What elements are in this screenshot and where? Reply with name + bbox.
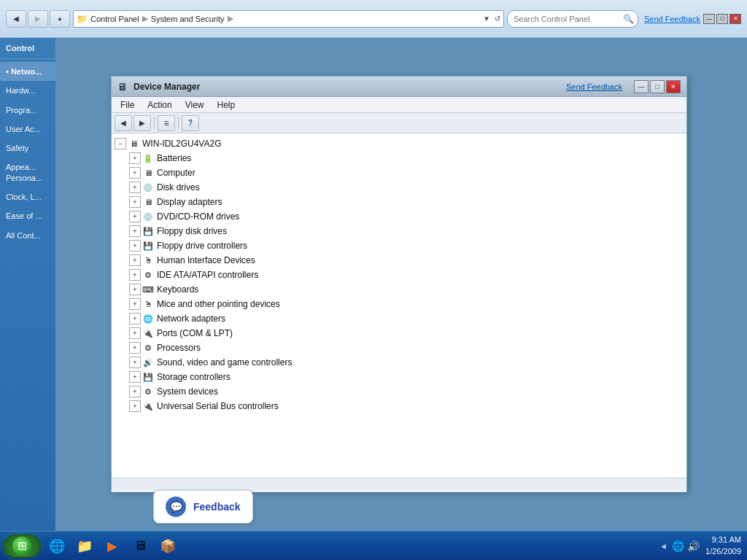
tree-item-15-icon: 💾	[142, 371, 154, 383]
search-input[interactable]	[507, 10, 638, 28]
start-button[interactable]: ⊞	[3, 534, 41, 558]
tree-item-4[interactable]: + 💿 DVD/CD-ROM drives	[112, 209, 686, 224]
tree-item-5-icon: 💾	[142, 225, 154, 237]
sidebar-item-network[interactable]: Hardw...	[0, 81, 55, 100]
tree-item-12[interactable]: + 🔌 Ports (COM & LPT)	[112, 326, 686, 341]
dm-menu-action[interactable]: Action	[142, 98, 177, 112]
main-area: Control Netwo... Hardw... Progra... User…	[0, 38, 747, 531]
tree-item-4-expander[interactable]: +	[129, 211, 141, 222]
network-tray-icon[interactable]: 🌐	[672, 540, 684, 552]
feedback-label: Feedback	[193, 501, 241, 513]
tree-item-3[interactable]: + 🖥 Display adapters	[112, 195, 686, 209]
device-manager-window: 🖥 Device Manager Send Feedback — □ ✕ Fil…	[111, 76, 687, 491]
tree-item-7[interactable]: + 🖱 Human Interface Devices	[112, 253, 686, 268]
address-section: System and Security	[151, 15, 225, 23]
taskbar-mediaplayer-button[interactable]: ▶	[99, 534, 125, 558]
tree-item-3-expander[interactable]: +	[129, 196, 141, 208]
volume-tray-icon[interactable]: 🔊	[687, 540, 700, 552]
dm-send-feedback-link[interactable]: Send Feedback	[566, 82, 622, 91]
taskbar-explorer-button[interactable]: 📁	[71, 534, 98, 558]
tree-item-17-icon: 🔌	[142, 400, 154, 412]
tree-item-16[interactable]: + ⚙ System devices	[112, 384, 686, 399]
tree-item-2[interactable]: + 💿 Disk drives	[112, 180, 686, 195]
tree-item-2-expander[interactable]: +	[129, 182, 141, 193]
explorer-icon: 📁	[77, 538, 93, 554]
sidebar-item-ease[interactable]: All Cont...	[0, 226, 55, 245]
dm-properties-tool[interactable]: ≡	[158, 115, 175, 131]
address-dropdown-button[interactable]: ▼	[483, 15, 490, 23]
dm-close-button[interactable]: ✕	[666, 80, 681, 93]
tree-item-10-label: Mice and other pointing devices	[157, 299, 280, 309]
sidebar-item-all[interactable]	[0, 245, 55, 254]
ie-icon: 🌐	[49, 538, 65, 554]
tree-item-9-expander[interactable]: +	[129, 284, 141, 295]
dm-help-tool[interactable]: ?	[182, 115, 199, 131]
address-input[interactable]: 📁 Control Panel ▶ System and Security ▶ …	[73, 10, 504, 28]
tree-item-8-expander[interactable]: +	[129, 269, 141, 281]
dm-menu-file[interactable]: File	[115, 98, 140, 112]
taskbar-package-button[interactable]: 📦	[155, 534, 181, 558]
tree-item-6-expander[interactable]: +	[129, 240, 141, 252]
send-feedback-top-link[interactable]: Send Feedback	[644, 15, 700, 23]
tree-item-10[interactable]: + 🖱 Mice and other pointing devices	[112, 297, 686, 311]
tree-item-14-expander[interactable]: +	[129, 357, 141, 368]
tree-item-0-expander[interactable]: +	[129, 152, 141, 164]
tree-item-5-expander[interactable]: +	[129, 225, 141, 237]
dm-menu-help[interactable]: Help	[212, 98, 241, 112]
dm-menu-view[interactable]: View	[179, 98, 210, 112]
tree-item-15-expander[interactable]: +	[129, 371, 141, 383]
sidebar-item-system[interactable]: Netwo...	[0, 62, 55, 81]
tree-item-9[interactable]: + ⌨ Keyboards	[112, 282, 686, 297]
tree-root-expander[interactable]: −	[115, 138, 126, 149]
outer-minimize-button[interactable]: —	[703, 14, 715, 24]
tray-expand-arrow[interactable]: ◀	[661, 542, 666, 550]
sidebar-item-clock[interactable]: Ease of ...	[0, 206, 55, 225]
dm-minimize-button[interactable]: —	[634, 80, 649, 93]
tree-item-15[interactable]: + 💾 Storage controllers	[112, 370, 686, 384]
tree-item-17-expander[interactable]: +	[129, 400, 141, 412]
sidebar-item-safety[interactable]: Appea... Persona...	[0, 158, 55, 187]
taskbar-ie-button[interactable]: 🌐	[44, 534, 70, 558]
sidebar-item-hardware[interactable]: Progra...	[0, 101, 55, 120]
tree-item-8[interactable]: + ⚙ IDE ATA/ATAPI controllers	[112, 268, 686, 282]
sidebar-item-appearance[interactable]: Clock, L...	[0, 187, 55, 206]
forward-button[interactable]: ▶	[28, 10, 48, 28]
tree-item-11[interactable]: + 🌐 Network adapters	[112, 311, 686, 326]
tree-item-12-expander[interactable]: +	[129, 327, 141, 339]
tree-item-9-label: Keyboards	[157, 284, 198, 295]
tree-item-16-label: System devices	[157, 386, 218, 397]
taskbar-clock[interactable]: 9:31 AM 1/26/2009	[705, 534, 741, 557]
tree-item-13-expander[interactable]: +	[129, 342, 141, 354]
device-mgr-icon: 🖥	[133, 538, 147, 553]
tree-item-11-expander[interactable]: +	[129, 313, 141, 324]
tree-item-8-label: IDE ATA/ATAPI controllers	[157, 270, 258, 280]
dm-back-tool[interactable]: ◀	[115, 115, 132, 131]
sidebar-title: Control	[0, 41, 55, 59]
tree-item-1-expander[interactable]: +	[129, 167, 141, 179]
dm-maximize-button[interactable]: □	[650, 80, 665, 93]
tree-item-7-icon: 🖱	[142, 254, 154, 266]
up-button[interactable]: ▲	[50, 10, 70, 28]
tree-item-7-expander[interactable]: +	[129, 254, 141, 266]
tree-item-1[interactable]: + 🖥 Computer	[112, 166, 686, 180]
feedback-bubble[interactable]: 💬 Feedback	[153, 490, 253, 524]
back-button[interactable]: ◀	[6, 10, 26, 28]
taskbar-device-button[interactable]: 🖥	[127, 534, 153, 558]
tree-item-14[interactable]: + 🔊 Sound, video and game controllers	[112, 355, 686, 370]
tree-item-5-label: Floppy disk drives	[157, 226, 227, 236]
tree-item-13[interactable]: + ⚙ Processors	[112, 341, 686, 355]
tree-item-10-expander[interactable]: +	[129, 298, 141, 310]
outer-close-button[interactable]: ✕	[729, 14, 741, 24]
outer-maximize-button[interactable]: □	[716, 14, 728, 24]
sidebar-item-user-accounts[interactable]: Safety	[0, 139, 55, 158]
dm-forward-tool[interactable]: ▶	[133, 115, 151, 131]
tree-item-17[interactable]: + 🔌 Universal Serial Bus controllers	[112, 399, 686, 413]
windows-logo-icon: ⊞	[18, 539, 27, 553]
address-refresh-button[interactable]: ↺	[495, 15, 500, 23]
tree-item-6[interactable]: + 💾 Floppy drive controllers	[112, 238, 686, 253]
sidebar-item-programs[interactable]: User Ac...	[0, 120, 55, 139]
tree-root[interactable]: − 🖥 WIN-IDL2GU4VA2G	[112, 136, 686, 151]
tree-item-0[interactable]: + 🔋 Batteries	[112, 151, 686, 166]
tree-item-16-expander[interactable]: +	[129, 386, 141, 397]
tree-item-5[interactable]: + 💾 Floppy disk drives	[112, 224, 686, 238]
